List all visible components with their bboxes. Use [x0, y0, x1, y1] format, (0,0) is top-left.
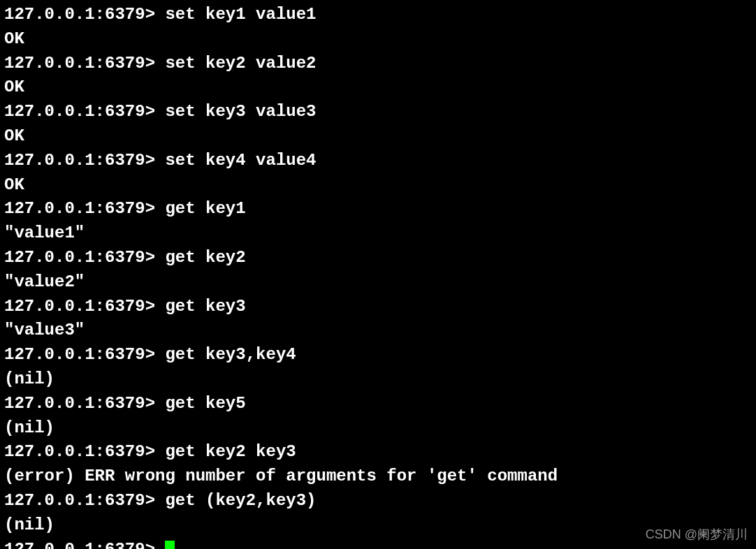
terminal-line: (nil): [4, 367, 752, 392]
output-text: (error) ERR wrong number of arguments fo…: [4, 467, 558, 485]
prompt-text: 127.0.0.1:6379>: [4, 540, 165, 549]
output-text: OK: [4, 126, 24, 145]
prompt-text: 127.0.0.1:6379>: [4, 345, 155, 364]
terminal-line: OK: [4, 75, 752, 100]
output-text: OK: [4, 29, 24, 48]
terminal-line: "value2": [4, 270, 752, 295]
terminal-line: OK: [4, 27, 752, 52]
terminal-line: (error) ERR wrong number of arguments fo…: [4, 464, 752, 489]
terminal-line: OK: [4, 173, 752, 198]
prompt-text: 127.0.0.1:6379>: [4, 248, 155, 267]
terminal-line: "value1": [4, 221, 752, 246]
terminal-line: 127.0.0.1:6379> get key2 key3: [4, 440, 752, 464]
command-text: get key3: [155, 297, 246, 316]
output-text: (nil): [4, 369, 54, 388]
terminal-line: (nil): [4, 513, 752, 538]
command-text: get (key2,key3): [155, 491, 316, 510]
prompt-text: 127.0.0.1:6379>: [4, 491, 155, 510]
prompt-text: 127.0.0.1:6379>: [4, 5, 155, 24]
command-text: get key2 key3: [155, 442, 296, 461]
terminal-line: 127.0.0.1:6379> get key2: [4, 246, 752, 270]
terminal-line: 127.0.0.1:6379>: [4, 538, 752, 549]
command-text: set key2 value2: [155, 54, 316, 73]
cursor-block[interactable]: [165, 541, 175, 549]
prompt-text: 127.0.0.1:6379>: [4, 199, 155, 218]
prompt-text: 127.0.0.1:6379>: [4, 151, 155, 170]
command-text: get key5: [155, 394, 246, 413]
terminal-line: 127.0.0.1:6379> set key3 value3: [4, 100, 752, 124]
command-text: set key1 value1: [155, 5, 316, 24]
output-text: "value3": [4, 321, 85, 339]
command-text: get key2: [155, 248, 246, 267]
terminal-line: 127.0.0.1:6379> get (key2,key3): [4, 489, 752, 513]
prompt-text: 127.0.0.1:6379>: [4, 297, 155, 316]
watermark-text: CSDN @阑梦清川: [646, 525, 748, 543]
terminal-line: 127.0.0.1:6379> set key1 value1: [4, 3, 752, 27]
terminal-line: 127.0.0.1:6379> get key3,key4: [4, 343, 752, 367]
terminal-line: 127.0.0.1:6379> get key1: [4, 197, 752, 221]
command-text: set key3 value3: [155, 102, 316, 121]
output-text: (nil): [4, 418, 54, 437]
output-text: "value1": [4, 224, 85, 242]
terminal-line: (nil): [4, 416, 752, 441]
prompt-text: 127.0.0.1:6379>: [4, 102, 155, 121]
command-text: get key3,key4: [155, 345, 296, 364]
terminal-output[interactable]: 127.0.0.1:6379> set key1 value1OK127.0.0…: [4, 3, 752, 549]
terminal-line: 127.0.0.1:6379> get key3: [4, 295, 752, 319]
command-text: get key1: [155, 199, 246, 218]
output-text: (nil): [4, 515, 54, 534]
output-text: OK: [4, 78, 24, 96]
terminal-line: 127.0.0.1:6379> get key5: [4, 392, 752, 416]
output-text: OK: [4, 175, 24, 194]
terminal-line: "value3": [4, 319, 752, 343]
output-text: "value2": [4, 272, 85, 291]
terminal-line: OK: [4, 124, 752, 149]
terminal-line: 127.0.0.1:6379> set key4 value4: [4, 149, 752, 173]
command-text: set key4 value4: [155, 151, 316, 170]
terminal-line: 127.0.0.1:6379> set key2 value2: [4, 52, 752, 76]
prompt-text: 127.0.0.1:6379>: [4, 54, 155, 73]
prompt-text: 127.0.0.1:6379>: [4, 394, 155, 413]
prompt-text: 127.0.0.1:6379>: [4, 442, 155, 461]
